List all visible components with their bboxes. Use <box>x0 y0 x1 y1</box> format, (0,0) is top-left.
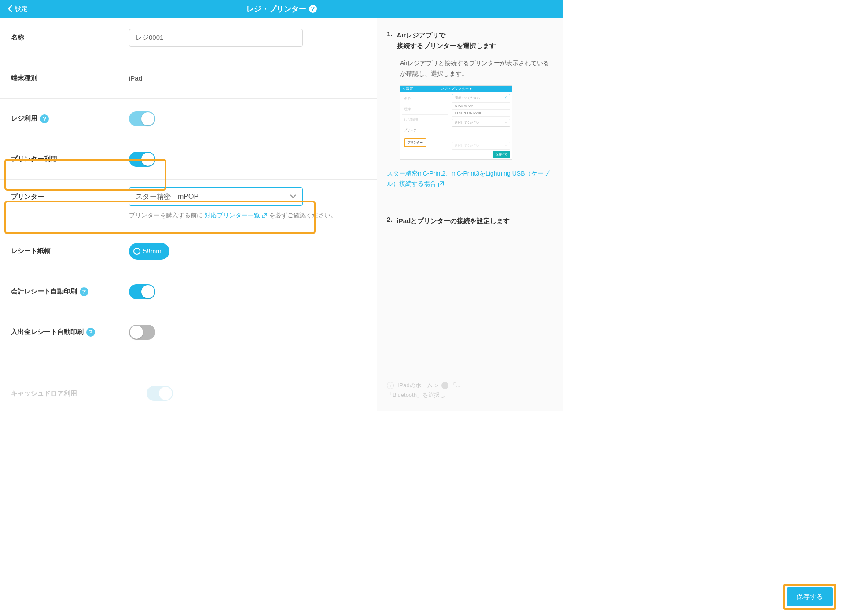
device-value: iPad <box>129 74 366 82</box>
printer-select[interactable]: スター精密 mPOP <box>129 187 303 206</box>
printer-help-text: プリンターを購入する前に 対応プリンター一覧 を必ずご確認ください。 <box>129 210 349 220</box>
step1-body: Airレジアプリと接続するプリンターが表示されているか確認し、選択します。 <box>400 58 554 79</box>
step2-title: iPadとプリンターの接続を設定します <box>397 216 510 226</box>
step1-num: 1. <box>387 30 393 51</box>
row-autoprint: 会計レシート自動印刷 ? <box>0 271 377 312</box>
help-icon[interactable]: ? <box>86 328 95 337</box>
step1-link[interactable]: スター精密mC-Print2、mC-Print3をLightning USB（ケ… <box>387 169 554 190</box>
row-drawer-faded: キャッシュドロア利用 <box>11 386 173 401</box>
help-icon[interactable]: ? <box>80 287 88 296</box>
external-link-icon <box>438 181 444 187</box>
back-button[interactable]: 設定 <box>0 5 36 13</box>
row-cash-autoprint: 入出金レシート自動印刷 ? <box>0 312 377 352</box>
autoprint-toggle[interactable] <box>129 284 155 299</box>
page-title-text: レジ・プリンター <box>246 4 306 14</box>
name-label: 名称 <box>11 33 129 42</box>
printer-select-value: スター精密 mPOP <box>136 192 198 202</box>
back-label: 設定 <box>15 5 28 13</box>
cash-autoprint-toggle[interactable] <box>129 325 155 340</box>
help-panel: 1. Airレジアプリで 接続するプリンターを選択します Airレジアプリと接続… <box>377 18 563 411</box>
name-input[interactable] <box>129 29 303 47</box>
gear-icon <box>441 382 448 389</box>
printer-label: プリンター <box>11 193 129 201</box>
page-title: レジ・プリンター ? <box>246 4 317 14</box>
external-link-icon <box>262 213 267 218</box>
step2-body-faded: i iPadのホーム ＞ 「... 「Bluetooth」を選択し <box>387 381 528 400</box>
autoprint-label: 会計レシート自動印刷 ? <box>11 287 129 296</box>
help-icon[interactable]: ? <box>40 114 49 123</box>
chevron-left-icon <box>8 5 12 12</box>
paper-label: レシート紙幅 <box>11 247 129 255</box>
regi-use-toggle[interactable] <box>129 111 155 126</box>
row-printer: プリンター スター精密 mPOP プリンターを購入する前に 対応プリンター一覧 … <box>0 180 377 231</box>
row-device: 端末種別 iPad <box>0 58 377 99</box>
radio-icon <box>133 248 140 255</box>
info-icon: i <box>387 382 394 389</box>
step-2: 2. iPadとプリンターの接続を設定します <box>387 216 554 226</box>
row-paper: レシート紙幅 58mm <box>0 231 377 271</box>
row-name: 名称 <box>0 18 377 58</box>
settings-form: 名称 端末種別 iPad レジ利用 ? プリンター利用 <box>0 18 377 411</box>
row-printer-use: プリンター利用 <box>0 139 377 180</box>
step2-num: 2. <box>387 216 393 226</box>
step-1: 1. Airレジアプリで 接続するプリンターを選択します Airレジアプリと接続… <box>387 30 554 189</box>
help-icon[interactable]: ? <box>309 5 317 13</box>
row-regi-use: レジ利用 ? <box>0 99 377 139</box>
regi-use-label: レジ利用 ? <box>11 114 129 123</box>
paper-value: 58mm <box>143 247 162 255</box>
printer-use-label: プリンター利用 <box>11 155 129 163</box>
cash-autoprint-label: 入出金レシート自動印刷 ? <box>11 328 129 337</box>
paper-width-option[interactable]: 58mm <box>129 243 169 260</box>
printer-list-link[interactable]: 対応プリンター一覧 <box>205 212 267 219</box>
drawer-toggle[interactable] <box>147 386 173 401</box>
step1-illustration: < 設定 レジ・プリンター● 名称 端末 レジ利用 プリンター プリンター <box>400 85 512 160</box>
printer-use-toggle[interactable] <box>129 152 155 167</box>
device-label: 端末種別 <box>11 74 129 82</box>
step1-title: Airレジアプリで 接続するプリンターを選択します <box>397 30 496 51</box>
chevron-down-icon <box>290 194 296 199</box>
app-header: 設定 レジ・プリンター ? <box>0 0 563 18</box>
